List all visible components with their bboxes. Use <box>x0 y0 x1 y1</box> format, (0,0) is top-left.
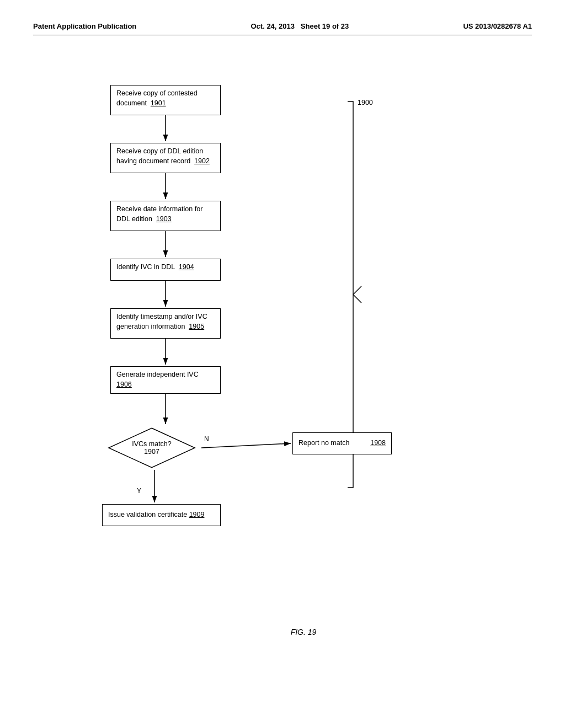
diamond-1907: IVCs match? 1907 <box>108 426 196 470</box>
box-1908: Report no match 1908 <box>292 432 392 454</box>
page: Patent Application Publication Oct. 24, … <box>0 0 565 728</box>
header-center-date: Oct. 24, 2013 Sheet 19 of 23 <box>250 22 349 30</box>
box-1904: Identify IVC in DDL 1904 <box>110 259 221 281</box>
box-1902: Receive copy of DDL edition having docum… <box>110 143 221 173</box>
box-1903: Receive date information for DDL edition… <box>110 201 221 231</box>
svg-line-11 <box>353 295 361 303</box>
page-header: Patent Application Publication Oct. 24, … <box>33 22 532 35</box>
svg-text:Y: Y <box>137 487 141 495</box>
box-1901: Receive copy of contested document 1901 <box>110 85 221 115</box>
box-1905: Identify timestamp and/or IVC generation… <box>110 308 221 339</box>
figure-label: FIG. 19 <box>291 628 317 636</box>
header-right: US 2013/0282678 A1 <box>463 22 532 30</box>
svg-marker-13 <box>109 428 195 468</box>
box-1909: Issue validation certificate 1909 <box>102 504 221 526</box>
svg-text:N: N <box>204 435 209 443</box>
diagram-container: N Y Receive copy of contested document 1… <box>55 68 552 592</box>
ref-1900: 1900 <box>358 99 373 106</box>
header-left: Patent Application Publication <box>33 22 136 30</box>
box-1906: Generate independent IVC 1906 <box>110 366 221 394</box>
svg-line-7 <box>201 443 291 448</box>
svg-line-12 <box>353 286 361 295</box>
